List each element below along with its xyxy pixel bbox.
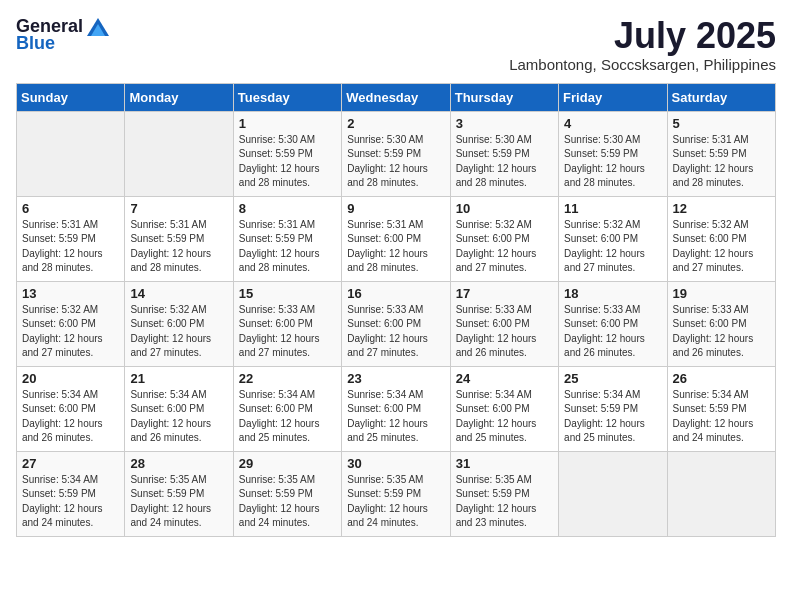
day-number: 6 (22, 201, 119, 216)
day-info: Sunrise: 5:31 AM Sunset: 5:59 PM Dayligh… (22, 218, 119, 276)
header: General Blue July 2025 Lambontong, Soccs… (16, 16, 776, 73)
header-saturday: Saturday (667, 83, 775, 111)
calendar-cell: 21Sunrise: 5:34 AM Sunset: 6:00 PM Dayli… (125, 366, 233, 451)
day-number: 17 (456, 286, 553, 301)
day-info: Sunrise: 5:30 AM Sunset: 5:59 PM Dayligh… (456, 133, 553, 191)
header-monday: Monday (125, 83, 233, 111)
calendar-cell (667, 451, 775, 536)
day-number: 16 (347, 286, 444, 301)
calendar-week-3: 13Sunrise: 5:32 AM Sunset: 6:00 PM Dayli… (17, 281, 776, 366)
day-number: 14 (130, 286, 227, 301)
day-info: Sunrise: 5:30 AM Sunset: 5:59 PM Dayligh… (564, 133, 661, 191)
calendar-cell: 12Sunrise: 5:32 AM Sunset: 6:00 PM Dayli… (667, 196, 775, 281)
day-info: Sunrise: 5:35 AM Sunset: 5:59 PM Dayligh… (347, 473, 444, 531)
calendar-body: 1Sunrise: 5:30 AM Sunset: 5:59 PM Daylig… (17, 111, 776, 536)
calendar-cell: 4Sunrise: 5:30 AM Sunset: 5:59 PM Daylig… (559, 111, 667, 196)
calendar-cell: 25Sunrise: 5:34 AM Sunset: 5:59 PM Dayli… (559, 366, 667, 451)
day-number: 15 (239, 286, 336, 301)
day-info: Sunrise: 5:33 AM Sunset: 6:00 PM Dayligh… (673, 303, 770, 361)
day-number: 19 (673, 286, 770, 301)
calendar-week-1: 1Sunrise: 5:30 AM Sunset: 5:59 PM Daylig… (17, 111, 776, 196)
day-info: Sunrise: 5:31 AM Sunset: 5:59 PM Dayligh… (239, 218, 336, 276)
calendar-cell: 18Sunrise: 5:33 AM Sunset: 6:00 PM Dayli… (559, 281, 667, 366)
day-info: Sunrise: 5:32 AM Sunset: 6:00 PM Dayligh… (564, 218, 661, 276)
day-info: Sunrise: 5:33 AM Sunset: 6:00 PM Dayligh… (564, 303, 661, 361)
logo-icon (87, 18, 109, 36)
calendar-cell: 26Sunrise: 5:34 AM Sunset: 5:59 PM Dayli… (667, 366, 775, 451)
header-thursday: Thursday (450, 83, 558, 111)
calendar-header: Sunday Monday Tuesday Wednesday Thursday… (17, 83, 776, 111)
calendar-week-5: 27Sunrise: 5:34 AM Sunset: 5:59 PM Dayli… (17, 451, 776, 536)
calendar-cell: 11Sunrise: 5:32 AM Sunset: 6:00 PM Dayli… (559, 196, 667, 281)
calendar-cell: 5Sunrise: 5:31 AM Sunset: 5:59 PM Daylig… (667, 111, 775, 196)
day-number: 24 (456, 371, 553, 386)
day-number: 29 (239, 456, 336, 471)
day-number: 20 (22, 371, 119, 386)
day-info: Sunrise: 5:35 AM Sunset: 5:59 PM Dayligh… (239, 473, 336, 531)
day-info: Sunrise: 5:34 AM Sunset: 6:00 PM Dayligh… (456, 388, 553, 446)
day-info: Sunrise: 5:34 AM Sunset: 6:00 PM Dayligh… (347, 388, 444, 446)
day-number: 9 (347, 201, 444, 216)
day-number: 25 (564, 371, 661, 386)
calendar-week-4: 20Sunrise: 5:34 AM Sunset: 6:00 PM Dayli… (17, 366, 776, 451)
calendar-cell: 20Sunrise: 5:34 AM Sunset: 6:00 PM Dayli… (17, 366, 125, 451)
day-info: Sunrise: 5:34 AM Sunset: 5:59 PM Dayligh… (673, 388, 770, 446)
calendar-cell: 30Sunrise: 5:35 AM Sunset: 5:59 PM Dayli… (342, 451, 450, 536)
calendar-cell: 28Sunrise: 5:35 AM Sunset: 5:59 PM Dayli… (125, 451, 233, 536)
day-number: 2 (347, 116, 444, 131)
calendar-cell: 19Sunrise: 5:33 AM Sunset: 6:00 PM Dayli… (667, 281, 775, 366)
day-number: 10 (456, 201, 553, 216)
month-title: July 2025 (509, 16, 776, 56)
calendar-cell: 2Sunrise: 5:30 AM Sunset: 5:59 PM Daylig… (342, 111, 450, 196)
day-info: Sunrise: 5:31 AM Sunset: 5:59 PM Dayligh… (673, 133, 770, 191)
calendar-cell: 10Sunrise: 5:32 AM Sunset: 6:00 PM Dayli… (450, 196, 558, 281)
day-info: Sunrise: 5:30 AM Sunset: 5:59 PM Dayligh… (239, 133, 336, 191)
day-info: Sunrise: 5:34 AM Sunset: 6:00 PM Dayligh… (239, 388, 336, 446)
day-info: Sunrise: 5:30 AM Sunset: 5:59 PM Dayligh… (347, 133, 444, 191)
day-number: 7 (130, 201, 227, 216)
day-number: 21 (130, 371, 227, 386)
calendar-cell: 7Sunrise: 5:31 AM Sunset: 5:59 PM Daylig… (125, 196, 233, 281)
day-number: 30 (347, 456, 444, 471)
day-info: Sunrise: 5:32 AM Sunset: 6:00 PM Dayligh… (22, 303, 119, 361)
calendar-cell: 9Sunrise: 5:31 AM Sunset: 6:00 PM Daylig… (342, 196, 450, 281)
day-number: 1 (239, 116, 336, 131)
title-area: July 2025 Lambontong, Soccsksargen, Phil… (509, 16, 776, 73)
calendar-cell (125, 111, 233, 196)
day-info: Sunrise: 5:33 AM Sunset: 6:00 PM Dayligh… (347, 303, 444, 361)
day-info: Sunrise: 5:32 AM Sunset: 6:00 PM Dayligh… (456, 218, 553, 276)
day-number: 31 (456, 456, 553, 471)
calendar-cell: 1Sunrise: 5:30 AM Sunset: 5:59 PM Daylig… (233, 111, 341, 196)
day-info: Sunrise: 5:31 AM Sunset: 5:59 PM Dayligh… (130, 218, 227, 276)
day-info: Sunrise: 5:34 AM Sunset: 5:59 PM Dayligh… (564, 388, 661, 446)
calendar-cell: 8Sunrise: 5:31 AM Sunset: 5:59 PM Daylig… (233, 196, 341, 281)
day-info: Sunrise: 5:35 AM Sunset: 5:59 PM Dayligh… (130, 473, 227, 531)
day-number: 18 (564, 286, 661, 301)
day-number: 26 (673, 371, 770, 386)
calendar-cell: 22Sunrise: 5:34 AM Sunset: 6:00 PM Dayli… (233, 366, 341, 451)
day-info: Sunrise: 5:32 AM Sunset: 6:00 PM Dayligh… (673, 218, 770, 276)
day-info: Sunrise: 5:33 AM Sunset: 6:00 PM Dayligh… (456, 303, 553, 361)
day-number: 27 (22, 456, 119, 471)
day-info: Sunrise: 5:34 AM Sunset: 6:00 PM Dayligh… (22, 388, 119, 446)
location-title: Lambontong, Soccsksargen, Philippines (509, 56, 776, 73)
calendar-cell: 14Sunrise: 5:32 AM Sunset: 6:00 PM Dayli… (125, 281, 233, 366)
calendar-cell: 24Sunrise: 5:34 AM Sunset: 6:00 PM Dayli… (450, 366, 558, 451)
calendar-cell: 23Sunrise: 5:34 AM Sunset: 6:00 PM Dayli… (342, 366, 450, 451)
calendar-cell: 31Sunrise: 5:35 AM Sunset: 5:59 PM Dayli… (450, 451, 558, 536)
day-number: 11 (564, 201, 661, 216)
calendar-table: Sunday Monday Tuesday Wednesday Thursday… (16, 83, 776, 537)
header-tuesday: Tuesday (233, 83, 341, 111)
day-number: 28 (130, 456, 227, 471)
calendar-cell: 3Sunrise: 5:30 AM Sunset: 5:59 PM Daylig… (450, 111, 558, 196)
header-sunday: Sunday (17, 83, 125, 111)
day-number: 23 (347, 371, 444, 386)
day-number: 13 (22, 286, 119, 301)
day-info: Sunrise: 5:34 AM Sunset: 5:59 PM Dayligh… (22, 473, 119, 531)
calendar-cell: 16Sunrise: 5:33 AM Sunset: 6:00 PM Dayli… (342, 281, 450, 366)
day-info: Sunrise: 5:35 AM Sunset: 5:59 PM Dayligh… (456, 473, 553, 531)
day-info: Sunrise: 5:34 AM Sunset: 6:00 PM Dayligh… (130, 388, 227, 446)
calendar-cell: 15Sunrise: 5:33 AM Sunset: 6:00 PM Dayli… (233, 281, 341, 366)
day-number: 22 (239, 371, 336, 386)
day-number: 8 (239, 201, 336, 216)
